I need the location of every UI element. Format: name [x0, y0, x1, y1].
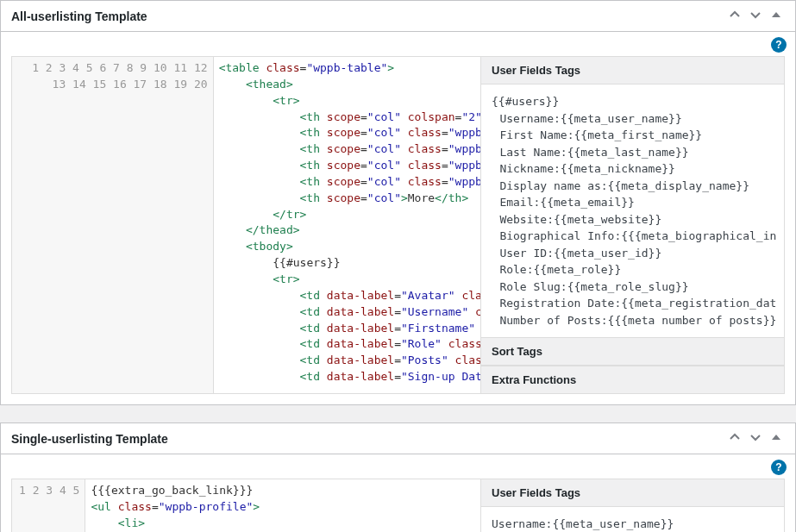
editor-wrap: 1 2 3 4 5 {{{extra_go_back_link}}}<ul cl…	[11, 479, 785, 532]
panel-title: All-userlisting Template	[11, 9, 147, 23]
help-icon[interactable]: ?	[771, 460, 787, 475]
extra-functions-section[interactable]: Extra Functions	[481, 366, 784, 393]
sidebar-header[interactable]: User Fields Tags	[481, 57, 784, 84]
sort-tags-section[interactable]: Sort Tags	[481, 337, 784, 366]
panel-header: All-userlisting Template	[1, 1, 795, 32]
panel-controls	[726, 430, 785, 447]
single-userlisting-panel: Single-userlisting Template ? 1 2 3 4 5 …	[0, 422, 796, 532]
line-gutter: 1 2 3 4 5	[12, 479, 85, 532]
line-gutter: 1 2 3 4 5 6 7 8 9 10 11 12 13 14 15 16 1…	[12, 57, 214, 393]
panel-body: ? 1 2 3 4 5 {{{extra_go_back_link}}}<ul …	[1, 454, 795, 532]
tags-sidebar: User Fields Tags {{#users}}Username:{{me…	[480, 57, 784, 393]
sidebar-body: {{#users}}Username:{{meta_user_name}}Fir…	[481, 84, 784, 337]
collapse-up-icon[interactable]	[726, 8, 743, 24]
caret-up-icon[interactable]	[768, 8, 785, 24]
sidebar-header[interactable]: User Fields Tags	[481, 479, 784, 507]
caret-up-icon[interactable]	[768, 430, 785, 447]
all-userlisting-panel: All-userlisting Template ? 1 2 3 4 5 6 7…	[0, 0, 796, 405]
code-editor[interactable]: {{{extra_go_back_link}}}<ul class="wppb-…	[85, 479, 480, 532]
code-column: 1 2 3 4 5 {{{extra_go_back_link}}}<ul cl…	[12, 479, 480, 532]
code-editor[interactable]: <table class="wppb-table"> <thead> <tr> …	[214, 57, 480, 393]
expand-down-icon[interactable]	[747, 8, 764, 24]
panel-header: Single-userlisting Template	[1, 423, 795, 454]
sidebar-body: Username:{{meta_user_name}}First Name:{{…	[481, 507, 784, 532]
help-icon[interactable]: ?	[771, 37, 787, 53]
panel-controls	[726, 8, 785, 24]
panel-title: Single-userlisting Template	[11, 432, 168, 446]
panel-body: ? 1 2 3 4 5 6 7 8 9 10 11 12 13 14 15 16…	[1, 32, 795, 404]
tags-sidebar: User Fields Tags Username:{{meta_user_na…	[480, 479, 784, 532]
code-column: 1 2 3 4 5 6 7 8 9 10 11 12 13 14 15 16 1…	[12, 57, 480, 393]
editor-wrap: 1 2 3 4 5 6 7 8 9 10 11 12 13 14 15 16 1…	[11, 56, 785, 394]
collapse-up-icon[interactable]	[726, 430, 743, 447]
expand-down-icon[interactable]	[747, 430, 764, 447]
